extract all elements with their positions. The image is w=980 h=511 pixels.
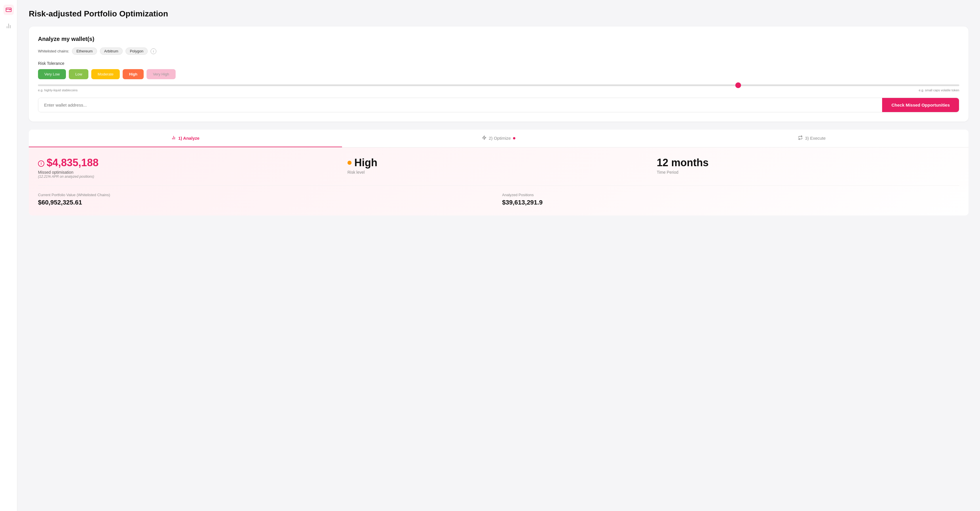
analyze-card: Analyze my wallet(s) Whitelisted chains:… — [29, 27, 969, 121]
tab-analyze-icon — [171, 136, 176, 141]
stat-risk-block: High Risk level — [340, 157, 650, 174]
chains-row: Whitelisted chains: Ethereum Arbitrum Po… — [38, 48, 959, 55]
main-content: Risk-adjusted Portfolio Optimization Ana… — [17, 0, 980, 511]
stats-card: i $4,835,188 Missed optimisation (12.21%… — [29, 147, 969, 216]
stat-missed-label: Missed optimisation — [38, 170, 334, 174]
chain-ethereum[interactable]: Ethereum — [72, 48, 97, 55]
wallet-input[interactable] — [38, 98, 882, 112]
portfolio-current-label: Current Portfolio Value (Whitelisted Cha… — [38, 193, 488, 197]
stat-time-label: Time Period — [657, 170, 952, 174]
risk-btn-very-high[interactable]: Very High — [146, 69, 175, 79]
analyze-section: 1) Analyze 2) Optimize — [29, 129, 969, 216]
risk-very-low-group: Very Low — [38, 69, 66, 79]
tab-optimize-dot — [513, 137, 515, 139]
risk-btn-moderate[interactable]: Moderate — [91, 69, 120, 79]
chart-icon[interactable] — [3, 21, 14, 31]
wallet-icon[interactable] — [3, 5, 14, 15]
stat-time-block: 12 months Time Period — [650, 157, 959, 174]
portfolio-analyzed-value: $39,613,291.9 — [502, 199, 952, 206]
portfolio-row: Current Portfolio Value (Whitelisted Cha… — [38, 185, 959, 206]
stat-risk-value: High — [347, 157, 643, 169]
risk-low-group: Low — [69, 69, 88, 79]
tab-optimize[interactable]: 2) Optimize — [342, 129, 655, 147]
sidebar — [0, 0, 17, 511]
wallet-row: Check Missed Opportunities — [38, 97, 959, 112]
stat-missed-subtitle: (12.21% APR on analyzed positions) — [38, 174, 334, 179]
stat-risk-dot — [347, 161, 352, 165]
stat-missed-block: i $4,835,188 Missed optimisation (12.21%… — [38, 157, 340, 179]
portfolio-analyzed-block: Analyzed Positions $39,613,291.9 — [495, 193, 959, 206]
risk-slider-container: e.g. highly-liquid stablecoins e.g. smal… — [38, 85, 959, 92]
tabs-container: 1) Analyze 2) Optimize — [29, 129, 969, 147]
tab-analyze-label: 1) Analyze — [178, 136, 199, 141]
chains-info-icon[interactable]: i — [151, 48, 156, 54]
risk-high-group: High — [123, 69, 144, 79]
check-button[interactable]: Check Missed Opportunities — [882, 98, 959, 112]
risk-moderate-group: Moderate — [91, 69, 120, 79]
page-title: Risk-adjusted Portfolio Optimization — [29, 9, 969, 18]
stat-time-value: 12 months — [657, 157, 952, 169]
risk-btn-low[interactable]: Low — [69, 69, 88, 79]
risk-very-high-group: Very High — [146, 69, 175, 79]
tab-execute[interactable]: 3) Execute — [655, 129, 969, 147]
slider-right-label: e.g. small caps volatile token — [919, 88, 959, 92]
tab-analyze[interactable]: 1) Analyze — [29, 129, 342, 147]
portfolio-analyzed-label: Analyzed Positions — [502, 193, 952, 197]
tab-optimize-label: 2) Optimize — [489, 136, 511, 141]
slider-fill — [38, 85, 738, 86]
tab-execute-label: 3) Execute — [805, 136, 826, 141]
risk-tolerance-label: Risk Tolerance — [38, 61, 959, 65]
chain-arbitrum[interactable]: Arbitrum — [100, 48, 123, 55]
tab-execute-icon — [798, 136, 803, 141]
analyze-title: Analyze my wallet(s) — [38, 36, 959, 42]
chains-label: Whitelisted chains: — [38, 49, 69, 53]
stat-missed-amount: i $4,835,188 — [38, 157, 334, 169]
stats-row: i $4,835,188 Missed optimisation (12.21%… — [38, 157, 959, 179]
slider-thumb[interactable] — [735, 82, 741, 88]
slider-left-label: e.g. highly-liquid stablecoins — [38, 88, 78, 92]
chain-polygon[interactable]: Polygon — [126, 48, 148, 55]
stat-risk-label: Risk level — [347, 170, 643, 174]
portfolio-current-block: Current Portfolio Value (Whitelisted Cha… — [38, 193, 495, 206]
slider-track — [38, 85, 959, 86]
slider-labels: e.g. highly-liquid stablecoins e.g. smal… — [38, 88, 959, 92]
risk-btn-very-low[interactable]: Very Low — [38, 69, 66, 79]
svg-marker-7 — [482, 136, 486, 139]
risk-btn-high[interactable]: High — [123, 69, 144, 79]
tab-optimize-icon — [482, 136, 487, 141]
stat-missed-info-icon[interactable]: i — [38, 160, 45, 167]
portfolio-current-value: $60,952,325.61 — [38, 199, 488, 206]
risk-buttons-group: Very Low Low Moderate High Very High — [38, 69, 959, 79]
